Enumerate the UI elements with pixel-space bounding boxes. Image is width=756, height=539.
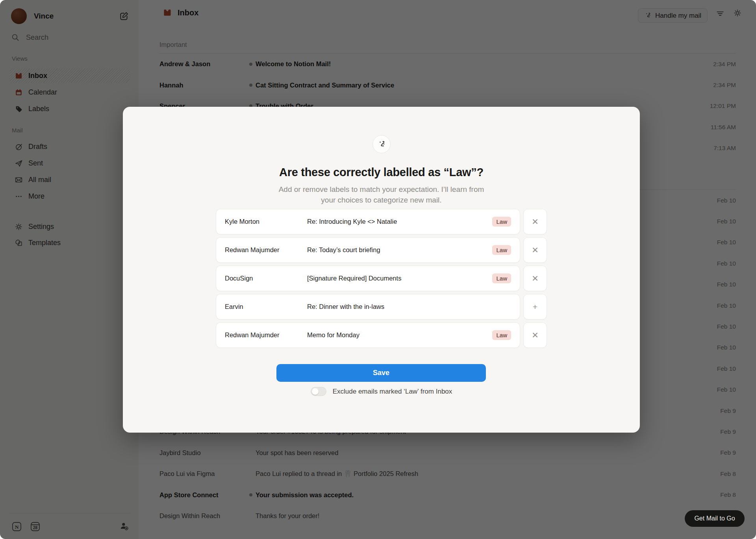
email-card[interactable]: Earvin Re: Dinner with the in-laws: [216, 294, 520, 320]
toggle-knob: [312, 388, 319, 395]
row-action-button[interactable]: ✕: [523, 209, 547, 234]
action-icon: ✕: [532, 331, 539, 340]
email-sender: Redwan Majumder: [225, 246, 307, 254]
email-subject: [Signature Required] Documents: [307, 275, 492, 282]
law-label-chip: Law: [492, 217, 511, 227]
email-card[interactable]: Kyle Morton Re: Introducing Kyle <> Nata…: [216, 209, 520, 234]
save-button[interactable]: Save: [276, 364, 486, 382]
row-action-button[interactable]: +: [523, 294, 547, 320]
dialog-title: Are these correctly labelled as “Law”?: [123, 166, 640, 179]
get-mail-to-go-button[interactable]: Get Mail to Go: [685, 510, 745, 527]
email-sender: Earvin: [225, 303, 307, 310]
email-sender: DocuSign: [225, 275, 307, 282]
labelled-email-row: Kyle Morton Re: Introducing Kyle <> Nata…: [216, 209, 547, 234]
row-action-button[interactable]: ✕: [523, 322, 547, 348]
law-label-chip: Law: [492, 245, 511, 255]
labelled-email-row: Redwan Majumder Memo for Monday Law ✕: [216, 322, 547, 348]
labelled-email-row: DocuSign [Signature Required] Documents …: [216, 266, 547, 291]
action-icon: +: [533, 302, 537, 312]
email-subject: Re: Today’s court briefing: [307, 246, 492, 254]
labelled-email-rows: Kyle Morton Re: Introducing Kyle <> Nata…: [216, 209, 547, 348]
email-subject: Re: Dinner with the in-laws: [307, 303, 511, 310]
email-sender: Kyle Morton: [225, 218, 307, 225]
row-action-button[interactable]: ✕: [523, 266, 547, 291]
labelled-email-row: Earvin Re: Dinner with the in-laws +: [216, 294, 547, 320]
law-label-chip: Law: [492, 273, 511, 283]
action-icon: ✕: [532, 274, 539, 283]
label-confirmation-dialog: Are these correctly labelled as “Law”? A…: [123, 107, 640, 433]
row-action-button[interactable]: ✕: [523, 237, 547, 263]
ai-face-icon: [372, 135, 391, 153]
exclude-toggle-row: Exclude emails marked ‘Law’ from Inbox: [123, 387, 640, 396]
email-card[interactable]: Redwan Majumder Re: Today’s court briefi…: [216, 237, 520, 263]
email-sender: Redwan Majumder: [225, 331, 307, 339]
app-window: Vince Search Views: [0, 0, 756, 539]
law-label-chip: Law: [492, 330, 511, 340]
email-subject: Re: Introducing Kyle <> Natalie: [307, 218, 492, 225]
action-icon: ✕: [532, 217, 539, 227]
email-card[interactable]: DocuSign [Signature Required] Documents …: [216, 266, 520, 291]
email-card[interactable]: Redwan Majumder Memo for Monday Law: [216, 322, 520, 348]
exclude-toggle-label: Exclude emails marked ‘Law’ from Inbox: [333, 388, 452, 396]
dialog-subtitle: Add or remove labels to match your expec…: [123, 184, 640, 205]
email-subject: Memo for Monday: [307, 331, 492, 339]
exclude-toggle[interactable]: [311, 387, 326, 396]
labelled-email-row: Redwan Majumder Re: Today’s court briefi…: [216, 237, 547, 263]
action-icon: ✕: [532, 245, 539, 255]
